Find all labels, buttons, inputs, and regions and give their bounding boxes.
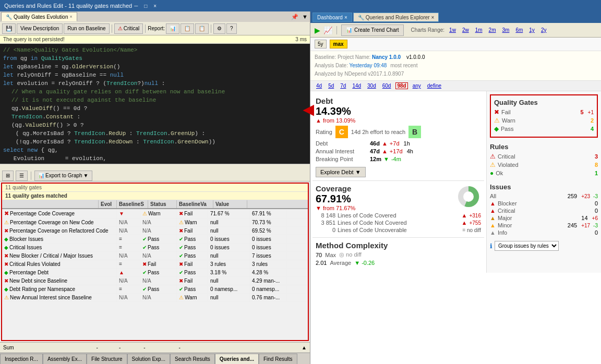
group-issues-dropdown[interactable]: Group issues by rules [495, 241, 559, 251]
qg-fail-label: Fail [501, 109, 569, 115]
coverage-pie-chart [456, 184, 481, 209]
fail-icon2: ✖ [179, 211, 183, 216]
tab-close-icon[interactable]: × [70, 14, 73, 19]
hscroll-bar[interactable] [0, 164, 310, 170]
pin-icon[interactable]: 📌 [290, 13, 299, 21]
range-1w[interactable]: 1w [448, 27, 458, 33]
tab-dashboard[interactable]: Dashboard × [312, 13, 352, 22]
table-row[interactable]: ✖ Critical Rules Violated = ✖ Fail ✖ Fai… [2, 260, 308, 269]
tab-find-results[interactable]: Find Results [259, 354, 297, 364]
report-bar-btn[interactable]: 📊 [166, 23, 179, 34]
table-row[interactable]: ⚠ Percentage Coverage on New Code N/A N/… [2, 219, 308, 227]
tab-queries-explorer[interactable]: 🔧 Queries and Rules Explorer × [353, 13, 439, 22]
explore-debt-button[interactable]: Explore Debt ▼ [316, 167, 366, 177]
qg-fail-count: 5 [571, 109, 584, 115]
title-bar-controls[interactable]: ─ □ × [132, 3, 159, 9]
table-row[interactable]: ◆ Debt Rating per Namespace = ✔ Pass ✔ P… [2, 285, 308, 294]
range-2y[interactable]: 2y [539, 27, 548, 33]
range-define[interactable]: define [426, 82, 443, 89]
code-editor[interactable]: // <Name>Quality Gates Evolution</Name> … [0, 44, 310, 164]
table-row[interactable]: ◆ Blocker Issues = ✔ Pass ✔ Pass 0 issue… [2, 235, 308, 244]
cov-change-icon-1: ▲ [462, 212, 467, 219]
create-trend-chart-button[interactable]: 📊 Create Trend Chart [341, 25, 404, 36]
tab-inspection[interactable]: Inspection R... [0, 354, 43, 364]
avg-label: Average [330, 260, 351, 266]
code-line-11: ( qg.MoreIsBad ? TrendIcon.RedUp : Trend… [3, 129, 307, 138]
range-2w[interactable]: 2w [461, 27, 471, 33]
range-1m[interactable]: 1m [474, 27, 484, 33]
warn-icon: ⚠ [4, 220, 9, 225]
range-60d[interactable]: 60d [381, 82, 393, 89]
report-export-btn[interactable]: 📋 [195, 23, 209, 34]
cov-change-2: +755 [469, 220, 481, 226]
tab-search-results[interactable]: Search Results [170, 354, 215, 364]
fail-icon: ✖ [4, 253, 8, 259]
debt-title: Debt [316, 96, 481, 105]
close-btn[interactable]: × [151, 3, 159, 9]
warn-icon2: ⚠ [179, 295, 184, 300]
queries-label: Queries and Rules Explorer [366, 15, 430, 20]
timeline-max-btn[interactable]: max [330, 40, 347, 48]
save-button[interactable]: 💾 [2, 23, 16, 34]
scroll-up[interactable]: ▲ [302, 345, 307, 350]
table-row[interactable]: ✖ Percentage Coverage on Refactored Code… [2, 227, 308, 235]
chart-icon[interactable]: 📈 [323, 26, 332, 34]
separator3 [211, 25, 211, 33]
tab-file-structure[interactable]: File Structure [87, 354, 127, 364]
issues-major-count: 14 [575, 215, 588, 221]
overflow-icon[interactable]: ▼ [301, 13, 309, 21]
col-status: Status [148, 200, 177, 208]
report-copy-btn[interactable]: 📋 [181, 23, 194, 34]
view-description-button[interactable]: View Description [17, 23, 63, 34]
table-row[interactable]: ✖ New Debt since Baseline N/A N/A ✖ Fail… [2, 277, 308, 285]
table-row[interactable]: ◆ Critical Issues = ✔ Pass ✔ Pass 0 issu… [2, 244, 308, 252]
debt-debt-value: 46d [370, 140, 380, 147]
list-view-btn[interactable]: ☰ [16, 171, 28, 181]
range-any[interactable]: any [411, 82, 423, 89]
issues-blocker-row: ▲ Blocker 0 [490, 200, 598, 207]
timeline-5y-btn[interactable]: 5y [315, 40, 327, 48]
grid-view-btn[interactable]: ⊞ [2, 171, 14, 181]
separator [112, 25, 112, 33]
table-row[interactable]: ◆ Percentage Debt ▲ ✔ Pass ✔ Pass 3.18 %… [2, 269, 308, 277]
minimize-btn[interactable]: ─ [132, 3, 140, 9]
range-3m[interactable]: 3m [501, 27, 511, 33]
queries-close[interactable]: × [431, 15, 435, 20]
fail-icon2: ✖ [179, 278, 183, 284]
violated-icon: ⚠ [490, 161, 496, 168]
table-row[interactable]: ✖ New Blocker / Critical / Major Issues … [2, 252, 308, 260]
help-button[interactable]: ? [226, 23, 237, 34]
rules-title: Rules [490, 143, 598, 151]
cov-row-3: 0 Lines of Code Uncoverable = no diff [316, 227, 481, 233]
table-row[interactable]: ⚠ New Annual Interest since Baseline N/A… [2, 294, 308, 302]
critical-button[interactable]: ⚠ Critical [114, 23, 143, 34]
settings-button[interactable]: ⚙ [213, 23, 225, 34]
cell-bv: null [208, 227, 250, 235]
cov-label-2: Lines of Code Not Covered [338, 220, 460, 226]
range-30d[interactable]: 30d [366, 82, 378, 89]
dashboard-close[interactable]: × [344, 15, 347, 20]
range-14d[interactable]: 14d [351, 82, 363, 89]
tab-solution[interactable]: Solution Exp... [127, 354, 170, 364]
cell-status: ✔ Pass [177, 269, 208, 276]
range-5d[interactable]: 5d [327, 82, 335, 89]
range-4d[interactable]: 4d [315, 82, 323, 89]
debt-extra: 1h [404, 140, 410, 147]
play-button[interactable]: ▶ [315, 26, 320, 34]
issues-critical-label: Critical [498, 208, 583, 214]
range-7d[interactable]: 7d [339, 82, 347, 89]
range-1y[interactable]: 1y [527, 27, 536, 33]
run-on-baseline-button[interactable]: Run on Baseline [64, 23, 109, 34]
range-6m[interactable]: 6m [514, 27, 524, 33]
tab-assembly[interactable]: Assembly Ex... [43, 354, 87, 364]
range-2m[interactable]: 2m [487, 27, 498, 33]
export-graph-btn[interactable]: 📊 Export to Graph ▼ [34, 171, 92, 181]
table-row[interactable]: ✖ Percentage Code Coverage ▼ ⚠ Warn ✖ Fa… [2, 209, 308, 219]
maximize-btn[interactable]: □ [142, 3, 149, 9]
tab-queries[interactable]: Queries and... [215, 354, 259, 364]
main-content: Debt 14.39% ▲ from 13.09% Rating C 14d 2… [310, 91, 601, 273]
cell-status: ✖ Fail [177, 260, 208, 268]
range-98d[interactable]: 98d [395, 82, 407, 89]
quality-gates-tab[interactable]: 🔧 Quality Gates Evolution × [1, 12, 77, 21]
title-text: Queries and Rules Edit - 11 quality gate… [4, 3, 132, 9]
